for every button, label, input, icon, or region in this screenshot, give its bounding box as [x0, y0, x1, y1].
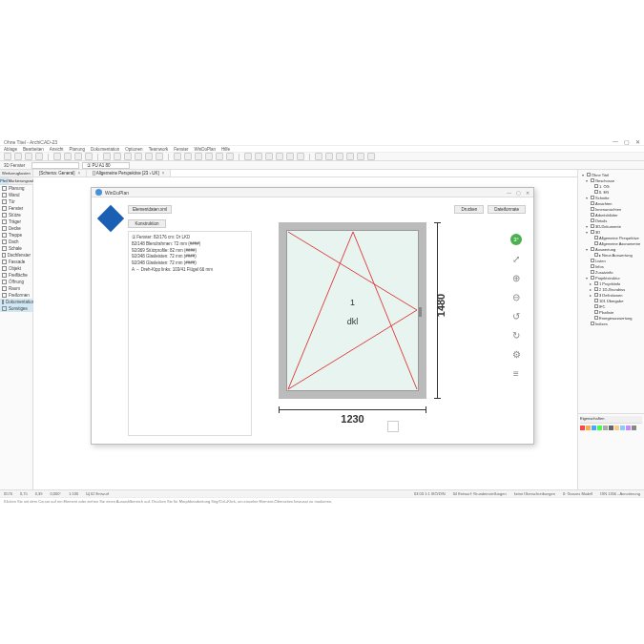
checkbox-icon[interactable]	[594, 241, 598, 245]
toolbar-btn-4[interactable]	[53, 153, 61, 160]
expand-icon[interactable]: ▾	[586, 230, 590, 235]
checkbox-icon[interactable]	[591, 218, 594, 222]
construction-tab[interactable]: Konstruktion	[128, 219, 166, 228]
checkbox-icon[interactable]	[594, 293, 598, 297]
toolbar-btn-16[interactable]	[195, 153, 202, 160]
checkbox-icon[interactable]	[594, 190, 598, 194]
menu-windoplan[interactable]: WinDoPlan	[194, 147, 216, 152]
checkbox-icon[interactable]	[591, 196, 594, 199]
color-swatch[interactable]	[626, 426, 631, 430]
toolbar-btn-20[interactable]	[244, 153, 252, 160]
tool-tür[interactable]: Tür	[0, 198, 32, 205]
checkbox-icon[interactable]	[591, 213, 594, 217]
checkbox-icon[interactable]	[591, 270, 594, 274]
tool-fenster[interactable]: Fenster	[0, 205, 32, 212]
toolbar-btn-3[interactable]	[35, 153, 43, 160]
color-swatch[interactable]	[586, 426, 591, 430]
toolbar-btn-18[interactable]	[216, 153, 223, 160]
tool-schale[interactable]: Schale	[0, 245, 32, 252]
toolbar-btn-17[interactable]	[205, 153, 213, 160]
zoom-in-icon[interactable]: ⊕	[510, 272, 522, 283]
rotate-cw-icon[interactable]: ↻	[510, 329, 522, 341]
close-tab-icon[interactable]: ×	[78, 171, 81, 176]
doc-tab-1[interactable]: [] Allgemeine Perspektive [23 › UK]×	[87, 170, 171, 177]
color-swatch[interactable]	[603, 426, 608, 430]
tool-objekt[interactable]: Objekt	[0, 265, 32, 272]
toolbar-btn-9[interactable]	[114, 153, 121, 160]
close-icon[interactable]: ✕	[635, 138, 640, 145]
toolbar-btn-31[interactable]	[367, 153, 375, 160]
tool-treppe[interactable]: Treppe	[0, 232, 32, 239]
menu-ablage[interactable]: Ablage	[4, 147, 17, 152]
toolbar-btn-13[interactable]	[156, 153, 163, 160]
dialog-minimize-icon[interactable]: —	[507, 190, 511, 196]
tool-dach[interactable]: Dach	[0, 239, 32, 245]
expand-icon[interactable]: ▾	[582, 173, 586, 177]
color-swatch[interactable]	[632, 426, 636, 430]
rotate-ccw-icon[interactable]: ↺	[510, 310, 522, 322]
tool-dokumentation[interactable]: Dokumentation	[0, 299, 32, 305]
toolbar-btn-10[interactable]	[124, 153, 132, 160]
checkbox-icon[interactable]	[591, 247, 594, 251]
checkbox-icon[interactable]	[591, 224, 594, 228]
view-dropdown[interactable]	[31, 162, 79, 169]
toolbar-btn-22[interactable]	[265, 153, 273, 160]
checkbox-icon[interactable]	[594, 310, 598, 314]
layer-dropdown[interactable]: ① PU A1 80	[82, 162, 130, 169]
toolbar-btn-25[interactable]	[297, 153, 304, 160]
menu-ansicht[interactable]: Ansicht	[50, 147, 64, 152]
tool-öffnung[interactable]: Öffnung	[0, 279, 32, 285]
toolbar-btn-14[interactable]	[174, 153, 181, 160]
toolbar-btn-23[interactable]	[276, 153, 283, 160]
list-item[interactable]: A → Dreh-Kipp links: 103/41 Flügel 66 mm	[132, 267, 248, 274]
tool-dachfenster[interactable]: Dachfenster	[0, 252, 32, 259]
toolbar-btn-28[interactable]	[336, 153, 343, 160]
color-swatch[interactable]	[580, 426, 585, 430]
tool-wand[interactable]: Wand	[0, 192, 32, 198]
checkbox-icon[interactable]	[587, 173, 591, 177]
checkbox-icon[interactable]	[594, 184, 598, 188]
expand-icon[interactable]: ▾	[586, 247, 590, 252]
toolbar-btn-29[interactable]	[346, 153, 354, 160]
maximize-icon[interactable]: ▢	[624, 138, 630, 145]
menu-bearbeiten[interactable]: Bearbeiten	[23, 147, 44, 152]
toolbar-btn-30[interactable]	[357, 153, 364, 160]
tool-raum[interactable]: Raum	[0, 285, 32, 292]
checkbox-icon[interactable]	[594, 316, 598, 320]
toolbar-btn-8[interactable]	[103, 153, 111, 160]
color-swatch[interactable]	[592, 426, 596, 430]
toolbar-btn-7[interactable]	[85, 153, 93, 160]
color-swatch[interactable]	[597, 426, 602, 430]
tool-stütze[interactable]: Stütze	[0, 212, 32, 218]
doc-tab-0[interactable]: [Schema: General]×	[33, 170, 87, 177]
expand-icon[interactable]: ▾	[586, 276, 590, 280]
print-button[interactable]: Drucken	[454, 205, 484, 214]
close-tab-icon[interactable]: ×	[162, 171, 165, 176]
tool-sonstiges[interactable]: Sonstiges	[0, 305, 32, 312]
expand-icon[interactable]: ▸	[590, 281, 593, 286]
list-item[interactable]: ① Fenster: 82/176 cm: Dr LKD	[132, 235, 248, 241]
checkbox-icon[interactable]	[591, 259, 594, 262]
expand-icon[interactable]: ▾	[586, 224, 590, 229]
angle-badge[interactable]: 3°	[510, 234, 522, 245]
toolbar-btn-6[interactable]	[74, 153, 82, 160]
dialog-close-icon[interactable]: ✕	[526, 190, 530, 196]
checkbox-icon[interactable]	[594, 281, 598, 285]
toolbar-btn-21[interactable]	[255, 153, 262, 160]
expand-icon[interactable]: ▾	[586, 196, 590, 200]
checkbox-icon[interactable]	[594, 299, 598, 302]
list-item[interactable]: 92/369 Stützprofile: 82 mm (####)	[132, 248, 248, 255]
checkbox-icon[interactable]	[591, 276, 594, 280]
menu-hilfe[interactable]: Hilfe	[221, 147, 230, 152]
menu-fenster[interactable]: Fenster	[174, 147, 188, 152]
checkbox-icon[interactable]	[594, 236, 598, 239]
expand-icon[interactable]: ▸	[590, 293, 593, 298]
toolbar-btn-27[interactable]	[325, 153, 333, 160]
toolbar-btn-5[interactable]	[64, 153, 72, 160]
checkbox-icon[interactable]	[591, 230, 594, 234]
tool-freifläche[interactable]: Freifläche	[0, 272, 32, 279]
minimize-icon[interactable]: —	[613, 138, 618, 145]
expand-icon[interactable]: ⤢	[510, 253, 522, 264]
toolbar-btn-11[interactable]	[135, 153, 142, 160]
expand-icon[interactable]: ▾	[586, 178, 590, 183]
